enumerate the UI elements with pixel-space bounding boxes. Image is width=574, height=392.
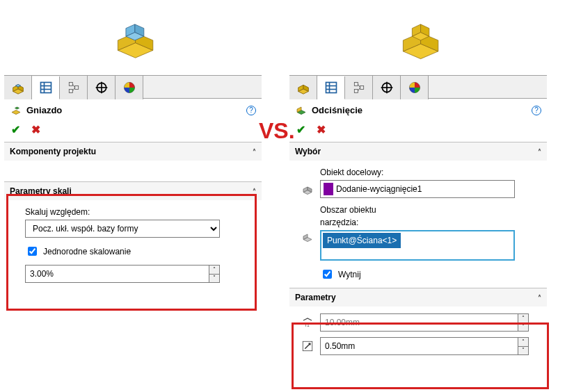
offset-distance-input — [320, 313, 518, 332]
pm-title: Gniazdo — [26, 105, 246, 115]
section-scale-params-title: Parametry skali — [10, 186, 72, 196]
tab-dimxpert-icon[interactable] — [88, 76, 115, 99]
svg-rect-34 — [326, 83, 336, 93]
section-selection-title: Wybór — [295, 147, 321, 156]
indent-feature-icon — [295, 103, 308, 117]
help-icon[interactable]: ? — [532, 106, 541, 115]
clearance-icon — [299, 340, 316, 352]
svg-line-18 — [72, 88, 74, 91]
svg-line-17 — [72, 84, 74, 88]
uniform-scaling-checkbox[interactable] — [28, 247, 37, 256]
scale-about-label: Skaluj względem: — [25, 207, 255, 217]
tool-region-icon — [299, 230, 316, 243]
body-chip-icon — [324, 183, 333, 195]
spin-up-icon[interactable]: ˄ — [518, 314, 528, 323]
svg-rect-16 — [74, 86, 78, 90]
confirm-icon[interactable]: ✔ — [11, 123, 20, 136]
tab-configuration-manager-icon[interactable] — [60, 76, 88, 99]
spin-down-icon[interactable]: ˅ — [209, 275, 219, 283]
tab-property-manager-icon[interactable] — [32, 76, 60, 99]
section-parameters-title: Parametry — [295, 293, 336, 302]
part-assembly-icon — [108, 15, 158, 65]
spin-up-icon[interactable]: ˄ — [209, 266, 219, 275]
tab-assembly-icon[interactable] — [4, 76, 32, 99]
tab-appearances-icon[interactable] — [115, 76, 143, 99]
spin-up-icon[interactable]: ˄ — [518, 338, 528, 347]
tab-dimxpert-icon[interactable] — [373, 76, 401, 99]
left-panel: Gniazdo ? ✔ ✖ Komponenty projektu ˄ Para… — [4, 6, 262, 362]
section-parameters[interactable]: Parametry ˄ — [289, 288, 547, 307]
tab-configuration-manager-icon[interactable] — [345, 76, 373, 99]
offset-distance-icon: T1 — [299, 316, 316, 329]
svg-rect-10 — [40, 83, 51, 93]
tab-property-manager-icon[interactable] — [317, 76, 345, 99]
svg-rect-39 — [354, 90, 358, 93]
tab-appearances-icon[interactable] — [401, 76, 429, 99]
right-panel: Odciśnięcie ? ✔ ✖ Wybór ˄ Obiekt docelow… — [289, 6, 547, 362]
section-components[interactable]: Komponenty projektu ˄ — [4, 142, 262, 161]
chevron-up-icon: ˄ — [538, 148, 541, 156]
section-components-title: Komponenty projektu — [10, 147, 96, 156]
confirm-icon[interactable]: ✔ — [296, 123, 305, 136]
feature-manager-tabs — [4, 75, 262, 99]
spin-down-icon[interactable]: ˅ — [518, 323, 528, 332]
feature-manager-tabs — [289, 75, 547, 99]
svg-rect-15 — [69, 90, 72, 93]
scale-about-select[interactable]: Pocz. ukł. współ. bazy formy — [25, 220, 220, 238]
svg-rect-38 — [354, 83, 358, 86]
svg-line-41 — [358, 84, 360, 88]
target-body-label: Obiekt docelowy: — [320, 168, 540, 177]
pm-title: Odciśnięcie — [312, 105, 532, 115]
tool-region-value: Punkt@Ściana<1> — [323, 233, 401, 248]
clearance-input[interactable] — [320, 337, 518, 355]
svg-line-42 — [358, 88, 360, 91]
scale-value-input[interactable] — [25, 265, 209, 283]
tool-region-field[interactable]: Punkt@Ściana<1> — [320, 230, 515, 261]
tab-part-icon[interactable] — [289, 76, 317, 99]
tool-region-label-2: narzędzia: — [320, 218, 540, 227]
part-icon — [393, 15, 443, 65]
target-body-value: Dodanie-wyciągnięcie1 — [336, 184, 422, 194]
target-body-field[interactable]: Dodanie-wyciągnięcie1 — [320, 180, 515, 198]
chevron-up-icon: ˄ — [253, 188, 256, 195]
spin-down-icon[interactable]: ˅ — [518, 347, 528, 355]
uniform-scaling-label: Jednorodne skalowanie — [43, 247, 131, 256]
cut-checkbox[interactable] — [323, 270, 332, 279]
chevron-up-icon: ˄ — [538, 294, 541, 302]
section-scale-params[interactable]: Parametry skali ˄ — [4, 181, 262, 200]
help-icon[interactable]: ? — [246, 106, 256, 115]
svg-marker-23 — [12, 111, 20, 115]
cancel-icon[interactable]: ✖ — [31, 123, 40, 136]
cancel-icon[interactable]: ✖ — [317, 123, 326, 136]
cut-label: Wytnij — [338, 270, 361, 279]
section-selection[interactable]: Wybór ˄ — [289, 142, 547, 161]
svg-rect-14 — [69, 83, 72, 86]
chevron-up-icon: ˄ — [253, 148, 256, 156]
svg-rect-40 — [360, 86, 363, 90]
tool-region-label-1: Obszar obiektu — [320, 205, 540, 215]
svg-marker-24 — [15, 107, 19, 109]
target-body-icon — [299, 183, 316, 195]
cavity-feature-icon — [10, 103, 22, 117]
